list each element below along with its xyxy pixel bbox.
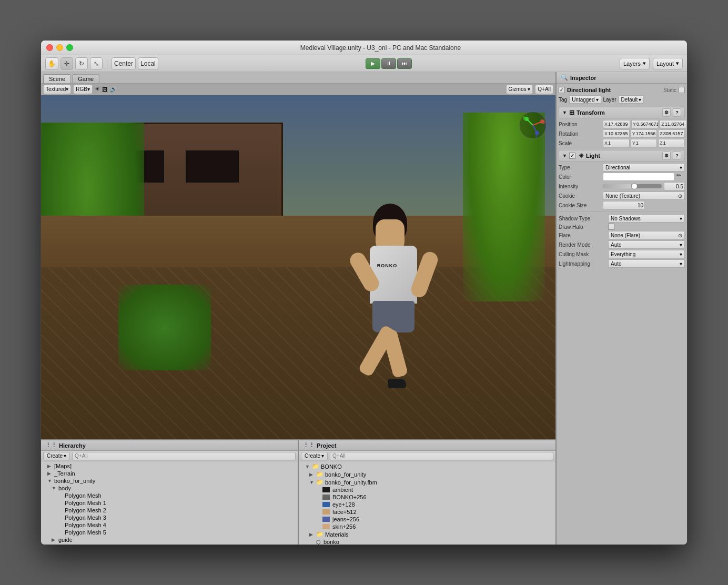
hierarchy-create-btn[interactable]: Create ▾: [43, 452, 70, 460]
shading-dropdown[interactable]: Textured ▾: [43, 85, 71, 94]
intensity-slider[interactable]: [603, 184, 662, 188]
project-item-eye128[interactable]: eye+128: [299, 501, 555, 508]
color-dropdown[interactable]: RGB ▾: [73, 85, 93, 94]
tree-item-torso[interactable]: ▶ Torso: [41, 543, 298, 544]
tree-item-terrain[interactable]: ▶ _Terrain: [41, 470, 298, 477]
project-item-bonko-unity[interactable]: ▶ 📁 bonko_for_unity: [299, 470, 555, 478]
layers-dropdown[interactable]: Layers ▾: [620, 58, 650, 69]
lightmapping-dropdown[interactable]: Auto ▾: [608, 259, 685, 268]
play-button[interactable]: ▶: [366, 58, 380, 69]
project-item-skin256[interactable]: skin+256: [299, 523, 555, 530]
flare-label: Flare: [559, 233, 606, 238]
light-help-btn[interactable]: ?: [673, 152, 681, 160]
game-tab[interactable]: Game: [72, 74, 99, 83]
hierarchy-toolbar: Create ▾: [41, 451, 298, 461]
tree-item-polygon-mesh-1[interactable]: Polygon Mesh 1: [41, 499, 298, 507]
draw-halo-checkbox[interactable]: [608, 224, 614, 230]
scale-tool[interactable]: ⤡: [90, 57, 103, 70]
scale-x-field[interactable]: X 1: [603, 139, 630, 147]
project-item-bonko-mesh[interactable]: ⬡ bonko: [299, 538, 555, 544]
intensity-value[interactable]: 0.5: [664, 182, 685, 190]
project-item-jeans256[interactable]: jeans+256: [299, 516, 555, 523]
hierarchy-search[interactable]: [72, 452, 296, 460]
render-mode-dropdown[interactable]: Auto ▾: [608, 240, 685, 249]
item-label: body: [58, 485, 71, 491]
position-xyz: X 17.42889 Y 0.5674671 Z 11.82764: [603, 120, 687, 128]
all-dropdown[interactable]: Q+All: [535, 85, 553, 94]
position-x-field[interactable]: X 17.42889: [603, 120, 630, 128]
rotate-tool[interactable]: ↻: [75, 57, 88, 70]
tree-item-body[interactable]: ▼ body: [41, 485, 298, 492]
scene-viewport[interactable]: Textured ▾ RGB ▾ ☀ 🖼 🔊 Gizmos ▾: [41, 84, 555, 439]
hand-tool[interactable]: ✋: [45, 57, 58, 70]
separator-1: [107, 58, 107, 69]
layout-label: Layout: [656, 60, 674, 67]
step-button[interactable]: ⏭: [397, 58, 412, 69]
project-item-face512[interactable]: face+512: [299, 508, 555, 516]
minimize-button[interactable]: [56, 44, 63, 51]
scale-y-field[interactable]: Y 1: [631, 139, 658, 147]
move-tool[interactable]: ✛: [60, 57, 73, 70]
cookie-size-value[interactable]: 10: [603, 201, 645, 209]
layer-dropdown[interactable]: Default ▾: [619, 95, 644, 104]
tree-item-bonko[interactable]: ▼ bonko_for_unity: [41, 477, 298, 485]
rotation-x: 10.62355: [608, 131, 628, 136]
light-settings-btn[interactable]: ⚙: [662, 152, 671, 160]
culling-mask-dropdown[interactable]: Everything ▾: [608, 250, 685, 258]
tree-item-polygon-mesh[interactable]: Polygon Mesh: [41, 492, 298, 499]
flare-dropdown[interactable]: None (Flare) ⊙: [608, 231, 685, 239]
close-button[interactable]: [46, 44, 53, 51]
position-z-field[interactable]: Z 11.82764: [660, 120, 687, 128]
project-create-btn[interactable]: Create ▾: [301, 452, 328, 460]
hierarchy-icon: ⋮⋮: [45, 442, 57, 449]
project-toolbar: Create ▾: [299, 451, 555, 461]
rotation-x-field[interactable]: X 10.62355: [603, 129, 630, 138]
tree-item-maps[interactable]: ▶ [Maps]: [41, 462, 298, 470]
transform-help-btn[interactable]: ?: [673, 108, 681, 117]
project-search[interactable]: [330, 452, 553, 460]
icon-image: 🖼: [102, 86, 108, 93]
tree-item-polygon-mesh-3[interactable]: Polygon Mesh 3: [41, 514, 298, 521]
shadow-type-dropdown[interactable]: No Shadows ▾: [608, 214, 685, 223]
rotation-y-field[interactable]: Y 174.1556: [631, 129, 658, 138]
create-label: Create: [47, 453, 63, 459]
maximize-button[interactable]: [66, 44, 73, 51]
type-dropdown[interactable]: Directional ▾: [603, 163, 685, 172]
project-item-materials[interactable]: ▶ 📁 Materials: [299, 530, 555, 538]
scale-z-field[interactable]: Z 1: [658, 139, 685, 147]
cookie-dropdown[interactable]: None (Texture) ⊙: [603, 191, 685, 200]
eyedropper-icon[interactable]: ✏: [676, 173, 685, 181]
ambient-icon: [322, 487, 330, 492]
tag-dropdown[interactable]: Untagged ▾: [569, 95, 601, 104]
tree-item-polygon-mesh-2[interactable]: Polygon Mesh 2: [41, 507, 298, 514]
gizmos-dropdown[interactable]: Gizmos ▾: [506, 85, 533, 94]
rotation-xyz: X 10.62355 Y 174.1556 Z 308.5157: [603, 129, 685, 138]
tree-item-polygon-mesh-5[interactable]: Polygon Mesh 5: [41, 529, 298, 536]
light-enable-checkbox[interactable]: [569, 153, 575, 159]
color-swatch[interactable]: [603, 173, 674, 181]
window-title: Medieval Village.unity - U3_oni - PC and…: [79, 44, 682, 52]
scene-tab[interactable]: Scene: [43, 74, 71, 83]
layers-arrow: ▾: [643, 60, 646, 67]
tree-item-guide[interactable]: ▶ guide: [41, 536, 298, 543]
project-item-bonko[interactable]: ▼ 📁 BONKO: [299, 462, 555, 470]
center-button[interactable]: Center: [112, 57, 136, 70]
inspector-header: 🔍 Inspector: [557, 72, 687, 84]
local-button[interactable]: Local: [138, 57, 158, 70]
project-item-ambient[interactable]: ambient: [299, 486, 555, 493]
light-component-header[interactable]: ▼ ☀ Light ⚙ ?: [559, 150, 685, 162]
project-item-bonko-fbm[interactable]: ▼ 📁 bonko_for_unity.fbm: [299, 478, 555, 486]
static-checkbox[interactable]: [679, 87, 685, 93]
transform-component-header[interactable]: ▼ ⊞ Transform ⚙ ?: [559, 107, 685, 118]
tree-item-polygon-mesh-4[interactable]: Polygon Mesh 4: [41, 521, 298, 529]
object-enable-checkbox[interactable]: [559, 87, 565, 93]
pause-button[interactable]: ⏸: [381, 58, 396, 69]
item-label: Torso: [58, 544, 73, 544]
layout-dropdown[interactable]: Layout ▾: [653, 58, 683, 69]
item-label: Polygon Mesh 3: [65, 515, 106, 521]
item-label: eye+128: [332, 501, 355, 508]
transform-settings-btn[interactable]: ⚙: [662, 108, 671, 117]
project-item-bonko256[interactable]: BONKO+256: [299, 493, 555, 501]
rotation-z-field[interactable]: Z 308.5157: [658, 129, 685, 138]
position-y-field[interactable]: Y 0.5674671: [631, 120, 659, 128]
